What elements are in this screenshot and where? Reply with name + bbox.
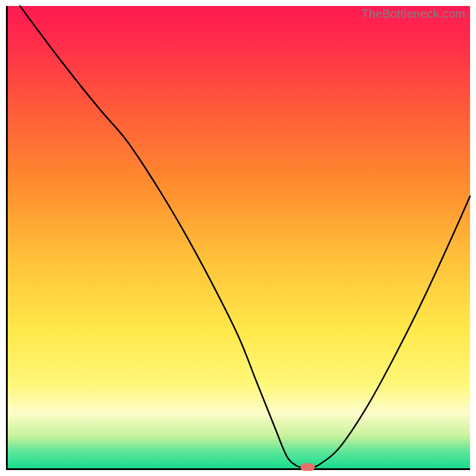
watermark-text: TheBottleneck.com xyxy=(361,7,465,21)
bottleneck-curve xyxy=(6,6,470,470)
x-axis xyxy=(6,468,470,470)
optimal-marker xyxy=(300,464,315,471)
plot-area xyxy=(6,6,470,470)
chart-frame: TheBottleneck.com xyxy=(6,6,470,470)
y-axis xyxy=(6,6,8,470)
